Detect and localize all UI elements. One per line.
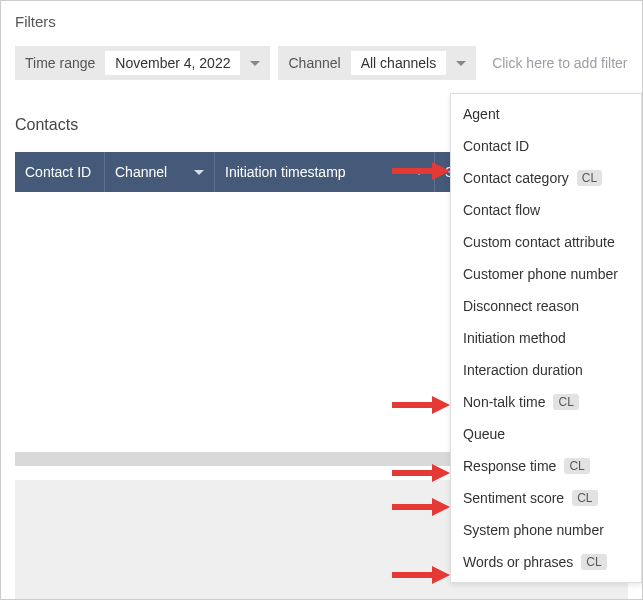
filter-option[interactable]: Contact categoryCL — [451, 162, 641, 194]
filter-option-label: Non-talk time — [463, 394, 545, 410]
arrow-icon — [392, 566, 450, 584]
arrow-icon — [392, 162, 450, 180]
filter-option[interactable]: Customer phone number — [451, 258, 641, 290]
filter-option-label: System phone number — [463, 522, 604, 538]
arrow-icon — [392, 464, 450, 482]
svg-rect-6 — [392, 504, 432, 510]
filter-option-label: Queue — [463, 426, 505, 442]
svg-marker-3 — [432, 396, 450, 414]
filter-option-label: Sentiment score — [463, 490, 564, 506]
arrow-icon — [392, 498, 450, 516]
filter-option-label: Contact category — [463, 170, 569, 186]
filter-option-label: Contact flow — [463, 202, 540, 218]
filter-option-label: Customer phone number — [463, 266, 618, 282]
chevron-down-icon — [194, 170, 204, 175]
time-range-label: Time range — [25, 55, 95, 71]
filters-section: Filters Time range November 4, 2022 Chan… — [1, 1, 642, 92]
cl-badge: CL — [553, 394, 578, 410]
column-label: Contact ID — [25, 164, 91, 180]
filters-row: Time range November 4, 2022 Channel All … — [15, 46, 628, 80]
filter-option[interactable]: System phone number — [451, 514, 641, 546]
svg-marker-9 — [432, 566, 450, 584]
svg-marker-5 — [432, 464, 450, 482]
svg-rect-0 — [392, 168, 432, 174]
filter-option[interactable]: Custom contact attribute — [451, 226, 641, 258]
filter-option[interactable]: Words or phrasesCL — [451, 546, 641, 578]
filter-option[interactable]: Response timeCL — [451, 450, 641, 482]
chevron-down-icon — [456, 61, 466, 66]
filter-option[interactable]: Sentiment scoreCL — [451, 482, 641, 514]
filter-option[interactable]: Interaction duration — [451, 354, 641, 386]
time-range-filter[interactable]: Time range November 4, 2022 — [15, 46, 270, 80]
column-label: Initiation timestamp — [225, 164, 346, 180]
chevron-down-icon — [250, 61, 260, 66]
filter-option-label: Response time — [463, 458, 556, 474]
column-contact-id[interactable]: Contact ID — [15, 152, 105, 192]
filter-option-label: Contact ID — [463, 138, 529, 154]
add-filter-prompt[interactable]: Click here to add filter — [492, 55, 627, 71]
filter-option-label: Interaction duration — [463, 362, 583, 378]
filter-option[interactable]: Disconnect reason — [451, 290, 641, 322]
filter-option[interactable]: Agent — [451, 98, 641, 130]
cl-badge: CL — [581, 554, 606, 570]
filter-option-label: Disconnect reason — [463, 298, 579, 314]
filter-option-label: Agent — [463, 106, 500, 122]
cl-badge: CL — [577, 170, 602, 186]
arrow-icon — [392, 396, 450, 414]
filter-option[interactable]: Non-talk timeCL — [451, 386, 641, 418]
filter-option[interactable]: Contact flow — [451, 194, 641, 226]
channel-value: All channels — [351, 51, 447, 75]
svg-rect-4 — [392, 470, 432, 476]
svg-rect-8 — [392, 572, 432, 578]
channel-label: Channel — [288, 55, 340, 71]
cl-badge: CL — [572, 490, 597, 506]
filter-option-label: Custom contact attribute — [463, 234, 615, 250]
filter-option[interactable]: Initiation method — [451, 322, 641, 354]
svg-marker-7 — [432, 498, 450, 516]
filters-title: Filters — [15, 13, 628, 30]
filter-option-label: Words or phrases — [463, 554, 573, 570]
time-range-value: November 4, 2022 — [105, 51, 240, 75]
filter-option[interactable]: Contact ID — [451, 130, 641, 162]
cl-badge: CL — [564, 458, 589, 474]
filter-option-label: Initiation method — [463, 330, 566, 346]
column-label: Channel — [115, 164, 167, 180]
channel-filter[interactable]: Channel All channels — [278, 46, 476, 80]
add-filter-dropdown: AgentContact IDContact categoryCLContact… — [450, 93, 642, 583]
column-channel[interactable]: Channel — [105, 152, 215, 192]
svg-marker-1 — [432, 162, 450, 180]
svg-rect-2 — [392, 402, 432, 408]
filter-option[interactable]: Queue — [451, 418, 641, 450]
